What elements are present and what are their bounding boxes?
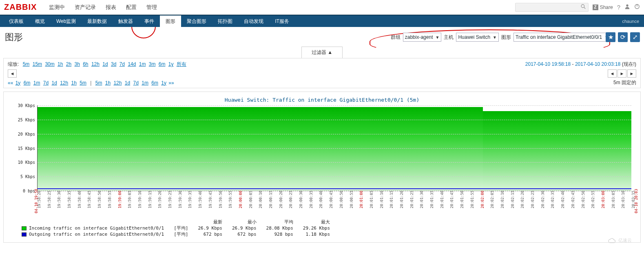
shift-left-option[interactable]: 1m bbox=[33, 80, 40, 86]
zoom-option[interactable]: 3m bbox=[149, 61, 156, 67]
filter-group-select[interactable]: zabbix-agent▼ bbox=[403, 33, 442, 42]
zoom-option[interactable]: 6m bbox=[159, 61, 166, 67]
x-tick-label: 20:00:45 bbox=[329, 191, 333, 208]
zoom-option[interactable]: 2h bbox=[66, 61, 71, 67]
shift-right-option[interactable]: 12h bbox=[113, 80, 122, 86]
sub-nav-item[interactable]: 拓扑图 bbox=[212, 16, 238, 27]
shift-right-option[interactable]: 7d bbox=[133, 80, 139, 86]
legend-header-avg: 平均 bbox=[261, 219, 298, 225]
x-tick-label: 20:01:55 bbox=[470, 191, 474, 208]
chart-legend: 最新 最小 平均 最大 Incoming traffic on interfac… bbox=[17, 219, 635, 237]
shift-left-option[interactable]: 12h bbox=[60, 80, 68, 86]
zoom-option[interactable]: 3h bbox=[74, 61, 80, 67]
main-nav-item[interactable]: 配置 bbox=[121, 4, 142, 11]
x-tick-label: 20:00:55 bbox=[350, 191, 354, 208]
share-button[interactable]: Z Share bbox=[593, 4, 613, 10]
x-tick-label: 19:58:45 bbox=[87, 191, 91, 208]
sub-nav-item[interactable]: 概览 bbox=[29, 16, 51, 27]
x-tick-label: 20:03:05 bbox=[611, 191, 615, 208]
sub-nav-item[interactable]: 最新数据 bbox=[82, 16, 113, 27]
x-tick-label: 20:02:30 bbox=[541, 191, 545, 208]
shift-right-option[interactable]: 1d bbox=[125, 80, 130, 86]
grid-line bbox=[38, 105, 631, 106]
grid-line bbox=[38, 120, 631, 120]
x-tick-label: 20:01:10 bbox=[380, 191, 384, 208]
legend-row: Outgoing traffic on interface GigabitEth… bbox=[17, 231, 335, 237]
shift-left-links: «« 1y 6m 1m 7d 1d 12h 1h 5m | 5m 1h 12h … bbox=[8, 80, 174, 86]
zoom-option[interactable]: 12h bbox=[91, 61, 100, 67]
filter-graph-value: Traffic on interface GigabitEthernet0/0/… bbox=[516, 34, 602, 40]
zoom-option[interactable]: 1h bbox=[58, 61, 63, 67]
x-tick-label: 20:02:25 bbox=[531, 191, 535, 208]
svg-point-2 bbox=[626, 4, 628, 7]
x-tick-label: 20:02:35 bbox=[551, 191, 555, 208]
shift-right-option[interactable]: 1y bbox=[161, 80, 166, 86]
x-tick-label: 20:00:15 bbox=[269, 191, 273, 208]
filter-host-select[interactable]: Huawei Switch▼ bbox=[456, 33, 499, 42]
shift-left-option[interactable]: 1h bbox=[71, 80, 77, 86]
scroll-right-small-button[interactable]: ► bbox=[617, 69, 626, 78]
zoom-option[interactable]: 15m bbox=[33, 61, 42, 67]
scroll-left-small-button[interactable]: ◄ bbox=[608, 69, 617, 78]
search-input[interactable] bbox=[515, 3, 589, 12]
zoom-option[interactable]: 14d bbox=[128, 61, 136, 67]
sub-nav-item[interactable]: 聚合图形 bbox=[181, 16, 212, 27]
sub-nav-item[interactable]: Web监测 bbox=[51, 16, 82, 27]
zoom-option[interactable]: 30m bbox=[45, 61, 54, 67]
sub-nav-item[interactable]: 仪表板 bbox=[3, 16, 29, 27]
shift-right-option[interactable]: 6m bbox=[151, 80, 158, 86]
chart-container: Huawei Switch: Traffic on interface Giga… bbox=[3, 92, 641, 243]
shift-right-option[interactable]: 1h bbox=[105, 80, 111, 86]
filter-toggle[interactable]: 过滤器 ▲ bbox=[301, 47, 343, 58]
main-nav-item[interactable]: 监测中 bbox=[44, 4, 70, 11]
zoom-option[interactable]: 1d bbox=[102, 61, 108, 67]
main-nav-item[interactable]: 资产记录 bbox=[70, 4, 101, 11]
x-tick-label: 19:58:25 bbox=[47, 191, 51, 208]
x-tick-label: 19:58:50 bbox=[97, 191, 102, 208]
y-tick-label: 5 Kbps bbox=[11, 174, 35, 179]
shift-right-option[interactable]: 5m bbox=[95, 80, 102, 86]
zoom-option[interactable]: 1m bbox=[139, 61, 146, 67]
x-tick-label: 20:01:00 bbox=[359, 191, 363, 208]
chart-plot-area[interactable]: 0 bps5 Kbps10 Kbps15 Kbps20 Kbps25 Kbps3… bbox=[37, 105, 631, 191]
filter-graph-select[interactable]: Traffic on interface GigabitEthernet0/0/… bbox=[513, 33, 615, 42]
refresh-button[interactable]: ⟳ bbox=[618, 32, 628, 42]
sub-nav-item[interactable]: 自动发现 bbox=[238, 16, 269, 27]
zoom-option[interactable]: 5m bbox=[23, 61, 30, 67]
zoom-option[interactable]: 6h bbox=[83, 61, 88, 67]
legend-header-min: 最小 bbox=[227, 219, 261, 225]
zoom-option[interactable]: 7d bbox=[120, 61, 125, 67]
zoom-option[interactable]: 3d bbox=[111, 61, 116, 67]
legend-swatch bbox=[22, 232, 27, 237]
x-tick-label: 20:02:00 bbox=[480, 191, 485, 208]
shift-left-option[interactable]: 1d bbox=[51, 80, 57, 86]
favorite-button[interactable]: ★ bbox=[606, 32, 615, 42]
shift-left-option[interactable]: 1y bbox=[15, 80, 21, 86]
logo[interactable]: ZABBIX bbox=[4, 2, 37, 12]
logout-icon[interactable] bbox=[634, 4, 640, 11]
main-nav-item[interactable]: 管理 bbox=[142, 4, 162, 11]
shift-right-option[interactable]: 1m bbox=[142, 80, 148, 86]
x-tick-label: 20:01:15 bbox=[389, 191, 394, 208]
grid-line bbox=[38, 176, 631, 177]
sub-nav-item[interactable]: 图形 bbox=[160, 16, 181, 27]
scroll-left-button[interactable]: ◄ bbox=[8, 69, 17, 78]
sub-nav-item[interactable]: 事件 bbox=[139, 16, 160, 27]
time-to[interactable]: 2017-04-10 20:03:18 bbox=[575, 61, 620, 67]
main-nav-item[interactable]: 报表 bbox=[101, 4, 121, 11]
zoom-option[interactable]: 1y bbox=[168, 61, 174, 67]
fullscreen-button[interactable]: ⤢ bbox=[630, 32, 640, 42]
x-tick-label: 20:03:00 bbox=[601, 191, 605, 208]
scroll-right-button[interactable]: ► bbox=[627, 69, 636, 78]
zoom-option[interactable]: 所有 bbox=[177, 61, 186, 67]
current-user[interactable]: chaunce bbox=[622, 19, 639, 24]
shift-left-option[interactable]: 7d bbox=[43, 80, 49, 86]
sub-nav-item[interactable]: IT服务 bbox=[269, 16, 295, 27]
shift-left-option[interactable]: 6m bbox=[24, 80, 31, 86]
sub-nav-item[interactable]: 触发器 bbox=[113, 16, 139, 27]
user-icon[interactable] bbox=[624, 4, 630, 11]
shift-left-option[interactable]: 5m bbox=[80, 80, 86, 86]
help-icon[interactable]: ? bbox=[617, 4, 620, 11]
zoom-label: 缩放: bbox=[8, 61, 19, 67]
time-from[interactable]: 2017-04-10 19:58:18 bbox=[525, 61, 571, 67]
